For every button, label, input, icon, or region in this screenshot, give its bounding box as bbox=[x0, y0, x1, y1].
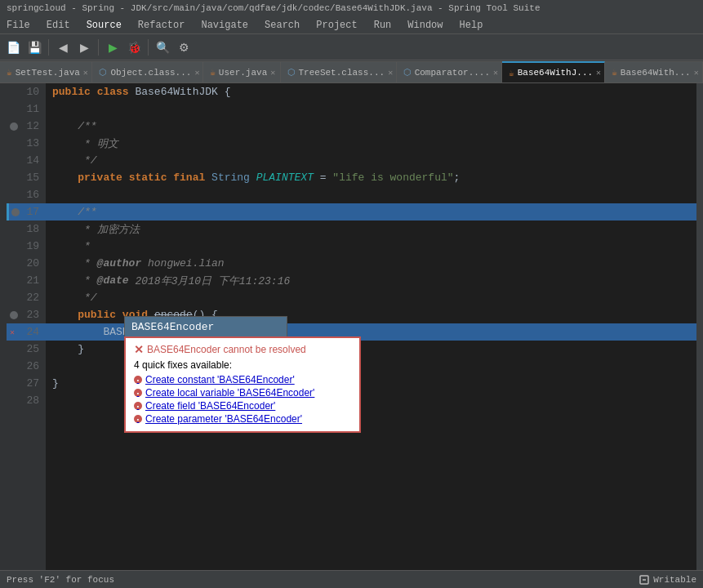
toolbar-new[interactable]: 📄 bbox=[3, 38, 23, 57]
status-bar: Press 'F2' for focus Writable bbox=[0, 570, 703, 588]
line-13: 13 bbox=[7, 135, 46, 152]
toolbar-search[interactable]: 🔍 bbox=[153, 38, 172, 57]
tab-label-treeset: TreeSet.class... bbox=[299, 68, 385, 78]
error-title: ✕ BASE64Encoder cannot be resolved bbox=[134, 343, 351, 356]
tab-comparator[interactable]: ⬡ Comparator.... ✕ bbox=[397, 61, 502, 82]
code-line-11 bbox=[46, 100, 696, 118]
tab-icon-base64jdk1: ☕ bbox=[509, 68, 514, 78]
vertical-scrollbar[interactable] bbox=[696, 83, 703, 570]
toolbar-sep2 bbox=[98, 39, 99, 56]
tab-close-base64jdk1[interactable]: ✕ bbox=[596, 68, 601, 78]
menu-help[interactable]: Help bbox=[456, 19, 487, 32]
tab-label-user: User.java bbox=[219, 68, 267, 78]
toolbar-back[interactable]: ◀ bbox=[53, 38, 73, 57]
tab-base64jdk2[interactable]: ☕ Base64With... ✕ bbox=[605, 61, 703, 82]
line-10: 10 bbox=[7, 83, 46, 100]
toolbar: 📄 💾 ◀ ▶ ▶ 🐞 🔍 ⚙ bbox=[0, 34, 703, 60]
fix-icon-1: • bbox=[134, 376, 142, 384]
toolbar-forward[interactable]: ▶ bbox=[74, 38, 94, 57]
fix-icon-4: • bbox=[134, 415, 142, 423]
code-line-16 bbox=[46, 186, 696, 203]
tab-close-user[interactable]: ✕ bbox=[270, 68, 275, 78]
code-line-14: */ bbox=[46, 152, 696, 169]
error-fix-4-text: Create parameter 'BASE64Encoder' bbox=[145, 413, 302, 425]
tab-settest[interactable]: ☕ SetTest.java ✕ bbox=[0, 61, 92, 82]
tab-label-comparator: Comparator.... bbox=[415, 68, 490, 78]
code-line-15: private static final String PLAINTEXT = … bbox=[46, 169, 696, 186]
tab-close-settest[interactable]: ✕ bbox=[83, 68, 88, 78]
autocomplete-selected-text: BASE64Encoder bbox=[131, 321, 214, 333]
tab-close-treeset[interactable]: ✕ bbox=[388, 68, 393, 78]
tab-label-base64jdk1: Base64WithJ... bbox=[518, 68, 593, 78]
error-fixes-label: 4 quick fixes available: bbox=[134, 359, 351, 371]
tab-close-base64jdk2[interactable]: ✕ bbox=[694, 68, 699, 78]
autocomplete-popup[interactable]: BASE64Encoder bbox=[124, 316, 287, 337]
toolbar-settings[interactable]: ⚙ bbox=[174, 38, 194, 57]
code-line-22: */ bbox=[46, 289, 696, 306]
tab-close-comparator[interactable]: ✕ bbox=[493, 68, 498, 78]
line-11: 11 bbox=[7, 100, 46, 118]
tab-base64jdk1[interactable]: ☕ Base64WithJ... ✕ bbox=[502, 61, 605, 82]
line-17: 17 bbox=[7, 203, 46, 220]
error-fix-2[interactable]: • Create local variable 'BASE64Encoder' bbox=[134, 387, 351, 399]
line-24: ✕ 24 bbox=[7, 323, 46, 341]
error-fix-4[interactable]: • Create parameter 'BASE64Encoder' bbox=[134, 413, 351, 425]
menu-run[interactable]: Run bbox=[371, 19, 395, 32]
menu-refactor[interactable]: Refactor bbox=[135, 19, 189, 32]
writable-text: Writable bbox=[653, 575, 696, 585]
left-margin bbox=[0, 83, 7, 570]
code-line-20: * @author hongwei.lian bbox=[46, 255, 696, 272]
menu-navigate[interactable]: Navigate bbox=[198, 19, 251, 32]
line-25: 25 bbox=[7, 341, 46, 358]
tab-icon-object: ⬡ bbox=[99, 67, 107, 78]
menu-search[interactable]: Search bbox=[261, 19, 303, 32]
toolbar-save[interactable]: 💾 bbox=[24, 38, 44, 57]
tab-close-object[interactable]: ✕ bbox=[194, 68, 199, 78]
line-20: 20 bbox=[7, 255, 46, 272]
toolbar-sep1 bbox=[48, 39, 49, 56]
error-fix-1[interactable]: • Create constant 'BASE64Encoder' bbox=[134, 374, 351, 385]
error-fix-1-text: Create constant 'BASE64Encoder' bbox=[145, 374, 295, 385]
line-21: 21 bbox=[7, 272, 46, 289]
line-23: 23 bbox=[7, 306, 46, 323]
menu-project[interactable]: Project bbox=[313, 19, 360, 32]
tab-label-object: Object.class... bbox=[110, 68, 191, 78]
code-line-12: /** bbox=[46, 118, 696, 135]
tab-label-base64jdk2: Base64With... bbox=[621, 68, 691, 78]
menu-file[interactable]: File bbox=[3, 19, 33, 32]
toolbar-debug[interactable]: 🐞 bbox=[124, 38, 144, 57]
line-14: 14 bbox=[7, 152, 46, 169]
menu-source[interactable]: Source bbox=[83, 19, 125, 32]
status-left: Press 'F2' for focus bbox=[7, 575, 114, 585]
error-fix-3-text: Create field 'BASE64Encoder' bbox=[145, 400, 275, 412]
code-line-10: public class Base64WithJDK { bbox=[46, 83, 696, 100]
tab-label-settest: SetTest.java bbox=[16, 68, 80, 78]
menu-window[interactable]: Window bbox=[404, 19, 446, 32]
line-gutter: 10 11 12 13 14 15 16 17 18 19 20 21 22 2… bbox=[7, 83, 46, 570]
line-12: 12 bbox=[7, 118, 46, 135]
line-27: 27 bbox=[7, 375, 46, 392]
title-bar: springcloud - Spring - JDK/src/main/java… bbox=[0, 0, 703, 16]
code-line-17: /** bbox=[46, 203, 696, 220]
error-tooltip: ✕ BASE64Encoder cannot be resolved 4 qui… bbox=[124, 336, 361, 433]
toolbar-run[interactable]: ▶ bbox=[103, 38, 122, 57]
tab-icon-base64jdk2: ☕ bbox=[612, 67, 617, 78]
line-28: 28 bbox=[7, 392, 46, 409]
line-22: 22 bbox=[7, 289, 46, 306]
writable-icon bbox=[638, 574, 650, 586]
tab-icon-settest: ☕ bbox=[7, 67, 12, 78]
code-line-13: * 明文 bbox=[46, 135, 696, 152]
error-fix-3[interactable]: • Create field 'BASE64Encoder' bbox=[134, 400, 351, 412]
fix-icon-2: • bbox=[134, 389, 142, 397]
tab-icon-comparator: ⬡ bbox=[403, 67, 412, 78]
code-area[interactable]: public class Base64WithJDK { /** * 明文 */… bbox=[46, 83, 696, 570]
line-19: 19 bbox=[7, 238, 46, 255]
tab-user[interactable]: ☕ User.java ✕ bbox=[203, 61, 280, 82]
autocomplete-selected-item[interactable]: BASE64Encoder bbox=[125, 317, 287, 336]
line-16: 16 bbox=[7, 186, 46, 203]
tab-icon-user: ☕ bbox=[210, 67, 216, 78]
menu-edit[interactable]: Edit bbox=[43, 19, 73, 32]
tab-object[interactable]: ⬡ Object.class... ✕ bbox=[92, 61, 203, 82]
error-title-text: BASE64Encoder cannot be resolved bbox=[147, 344, 306, 355]
tab-treeset[interactable]: ⬡ TreeSet.class... ✕ bbox=[281, 61, 397, 82]
